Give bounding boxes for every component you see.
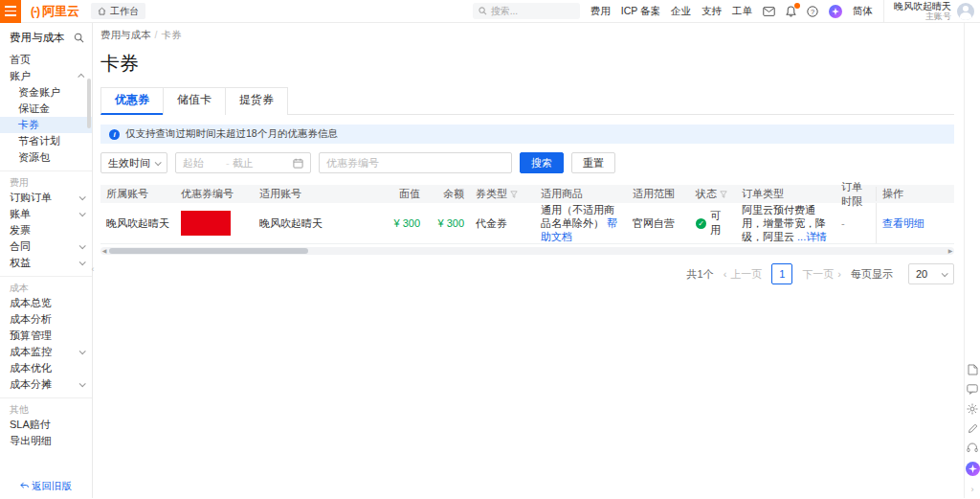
total-count: 共1个 <box>687 267 714 282</box>
sidebar-item-cost-optimize[interactable]: 成本优化 <box>0 360 92 376</box>
per-page-label: 每页显示 <box>851 267 893 282</box>
notification-bell-icon[interactable] <box>786 6 796 17</box>
sidebar-item-budget[interactable]: 预算管理 <box>0 328 92 344</box>
info-banner-text: 仅支持查询过期时间未超过18个月的优惠券信息 <box>125 127 338 141</box>
tab-pickup-voucher[interactable]: 提货券 <box>225 87 288 115</box>
info-banner: i 仅支持查询过期时间未超过18个月的优惠券信息 <box>100 125 954 144</box>
headset-icon[interactable] <box>967 442 978 453</box>
sidebar-item-bills[interactable]: 账单 <box>0 206 92 222</box>
user-menu[interactable]: 晚风吹起晴天 主账号 <box>883 0 974 23</box>
chevron-down-icon <box>79 348 86 354</box>
filter-funnel-icon[interactable] <box>510 191 518 198</box>
filter-funnel-icon[interactable] <box>720 191 727 198</box>
sidebar-divider <box>0 397 92 398</box>
sidebar-item-cost-analysis[interactable]: 成本分析 <box>0 311 92 328</box>
end-date-input[interactable] <box>233 157 273 169</box>
chevron-down-icon <box>942 270 948 277</box>
sidebar-collapse-handle[interactable]: ‹ <box>87 253 99 285</box>
sidebar-item-sla[interactable]: SLA赔付 <box>0 417 92 433</box>
ai-assistant-icon[interactable] <box>829 5 842 18</box>
horizontal-scrollbar[interactable]: ◀ ▶ <box>100 247 954 255</box>
rail-collapse-icon[interactable]: › <box>971 485 974 494</box>
sidebar-item-contract[interactable]: 合同 <box>0 238 92 255</box>
col-status: 状态 <box>690 187 736 201</box>
help-icon[interactable]: ? <box>807 6 818 17</box>
calendar-icon <box>293 158 303 169</box>
pencil-icon[interactable] <box>968 423 978 434</box>
locale-switch[interactable]: 简体 <box>853 5 873 18</box>
sidebar-item-home[interactable]: 首页 <box>0 52 92 68</box>
col-applicable-products: 适用商品 <box>535 187 627 201</box>
order-type-detail-link[interactable]: ...详情 <box>797 231 827 242</box>
chevron-down-icon <box>79 380 86 387</box>
chevron-down-icon <box>155 159 162 166</box>
sidebar-item-cost-monitor[interactable]: 成本监控 <box>0 344 92 360</box>
page-title: 卡券 <box>100 51 954 77</box>
coupon-table: 所属账号 优惠券编号 适用账号 面值 余额 券类型 适用商品 适用范围 状态 订… <box>100 185 954 255</box>
ai-assistant-icon[interactable] <box>966 462 980 476</box>
col-owner-account: 所属账号 <box>100 187 175 201</box>
date-range-picker[interactable]: - <box>175 152 311 173</box>
nav-icp[interactable]: ICP 备案 <box>621 5 660 18</box>
next-page-button[interactable]: 下一页› <box>802 267 841 282</box>
search-icon <box>479 7 487 15</box>
sidebar-scrollbar[interactable] <box>87 79 91 128</box>
cell-scope: 官网自营 <box>627 216 690 231</box>
gear-icon[interactable] <box>967 403 978 415</box>
home-icon <box>98 7 106 15</box>
scroll-left-arrow[interactable]: ◀ <box>100 247 108 255</box>
workbench-button[interactable]: 工作台 <box>91 3 145 19</box>
col-order-type: 订单类型 <box>736 187 835 201</box>
breadcrumb-root[interactable]: 费用与成本 <box>100 29 151 40</box>
nav-tickets[interactable]: 工单 <box>732 5 752 18</box>
nav-support[interactable]: 支持 <box>702 5 722 18</box>
message-icon[interactable] <box>763 7 775 16</box>
scroll-right-arrow[interactable]: ▶ <box>947 247 954 255</box>
aliyun-logo[interactable]: (-) 阿里云 <box>31 3 79 20</box>
scrollbar-thumb[interactable] <box>109 248 308 254</box>
global-search-input[interactable]: 搜索... <box>473 3 580 19</box>
reset-button[interactable]: 重置 <box>571 152 615 173</box>
back-to-old-link[interactable]: 返回旧版 <box>0 480 92 493</box>
hamburger-menu-icon[interactable] <box>0 0 21 23</box>
sidebar-item-cost-overview[interactable]: 成本总览 <box>0 295 92 311</box>
start-date-input[interactable] <box>183 157 223 169</box>
sidebar-item-orders[interactable]: 订购订单 <box>0 190 92 206</box>
sidebar-item-deposit[interactable]: 保证金 <box>0 101 92 117</box>
chat-icon[interactable] <box>967 384 978 395</box>
sidebar-item-fund-account[interactable]: 资金账户 <box>0 84 92 101</box>
filter-bar: 生效时间 - 搜索 重置 <box>100 152 954 173</box>
user-name: 晚风吹起晴天 <box>894 2 951 11</box>
sidebar-item-invoice[interactable]: 发票 <box>0 222 92 238</box>
sidebar-item-export[interactable]: 导出明细 <box>0 433 92 449</box>
table-row: 晚风吹起晴天 晚风吹起晴天 ¥ 300 ¥ 300 代金券 通用（不适用商品名单… <box>100 203 954 244</box>
document-icon[interactable] <box>968 364 978 375</box>
sidebar-item-benefits[interactable]: 权益 <box>0 255 92 271</box>
avatar <box>957 3 974 20</box>
sidebar-search-icon[interactable] <box>74 33 84 43</box>
col-applicable-account: 适用账号 <box>254 187 376 201</box>
info-icon: i <box>109 129 120 140</box>
tab-coupons[interactable]: 优惠券 <box>100 87 164 115</box>
sidebar-item-resource-pack[interactable]: 资源包 <box>0 149 92 166</box>
tab-stored-value-card[interactable]: 储值卡 <box>163 87 226 115</box>
page-size-select[interactable]: 20 <box>908 263 954 284</box>
logo-mark: (-) <box>31 5 39 18</box>
search-button[interactable]: 搜索 <box>520 152 564 173</box>
chevron-down-icon <box>79 242 86 249</box>
sidebar-item-savings-plan[interactable]: 节省计划 <box>0 133 92 149</box>
sidebar-item-cards-coupons[interactable]: 卡券 <box>0 117 92 133</box>
nav-expenses[interactable]: 费用 <box>590 5 611 18</box>
sidebar-item-cost-allocation[interactable]: 成本分摊 <box>0 376 92 393</box>
cell-order-type: 阿里云预付费通用，增量带宽，降级，阿里云 ...详情 <box>736 203 835 243</box>
prev-page-button[interactable]: ‹上一页 <box>724 267 763 282</box>
nav-enterprise[interactable]: 企业 <box>671 5 691 18</box>
chevron-down-icon <box>79 210 86 216</box>
current-page-button[interactable]: 1 <box>771 263 792 284</box>
cell-actions: 查看明细 <box>876 203 948 243</box>
coupon-id-input[interactable] <box>326 157 504 169</box>
sidebar-item-account[interactable]: 账户 <box>0 68 92 84</box>
chevron-left-icon: ‹ <box>724 268 727 280</box>
view-details-link[interactable]: 查看明细 <box>882 216 924 231</box>
time-type-select[interactable]: 生效时间 <box>100 152 167 173</box>
